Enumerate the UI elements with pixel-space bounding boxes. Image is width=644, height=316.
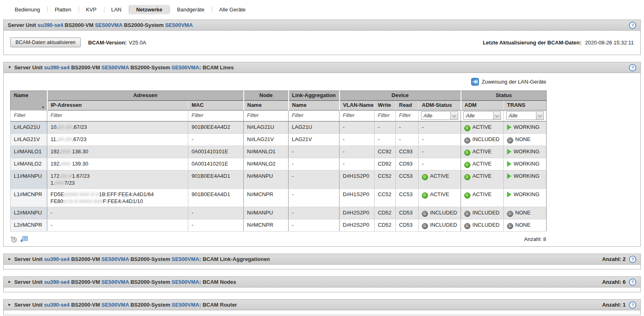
adm-active-icon: ↑ [464, 162, 470, 168]
server-unit-link[interactable]: su390-se4 [37, 22, 63, 28]
filter-node-name-input[interactable] [246, 111, 286, 119]
table-row: L1#MANPU172.##.#1.67/231.###7/23901B0EE4… [11, 170, 547, 189]
tab-platten[interactable]: Platten [47, 5, 78, 14]
redacted-text: ### [55, 180, 64, 186]
history-icon[interactable] [10, 236, 18, 243]
tab-lan[interactable]: LAN [104, 5, 129, 14]
bs2000-vm-label: BS2000-VM [63, 22, 95, 28]
redacted-text: ###. [61, 161, 72, 167]
server-unit-link[interactable]: su390-se4 [44, 279, 70, 285]
panel-header-bcam-link-aggregationen[interactable]: ►Server Unit su390-se4 BS2000-VM SE500VM… [4, 254, 640, 265]
trans-included-icon: – [507, 223, 513, 229]
adm-status-text: - [422, 124, 423, 130]
cell-adm-status: –INCLUDED [419, 219, 461, 232]
bs2000-system-link[interactable]: SE500VMA [172, 279, 199, 285]
bcam-version-label: BCAM-Version: [88, 40, 127, 46]
tab-kvp[interactable]: KVP [79, 5, 104, 14]
assign-lan-devices-link[interactable]: Zuweisung der LAN-Geräte [471, 78, 546, 86]
tab-alle-geräte[interactable]: Alle Geräte [212, 5, 253, 14]
filter-read-input[interactable] [398, 111, 416, 119]
filter-adm-status-select[interactable]: Alle [421, 111, 458, 120]
help-icon[interactable]: ? [629, 301, 636, 309]
export-table-icon[interactable] [20, 235, 28, 243]
cell-adm-status: - [419, 146, 461, 158]
column-header-read[interactable]: Read [396, 101, 419, 110]
redacted-text: #:#:#:####:### [65, 198, 103, 204]
cell-lag-name: LAG21V [289, 134, 340, 146]
filter-lag-name-input[interactable] [291, 111, 337, 119]
trans-included-icon: – [507, 211, 513, 217]
bs2000-system-link[interactable]: SE500VMA [172, 64, 199, 71]
cell-line-name: L1#MCNPR [11, 189, 47, 207]
server-unit-link[interactable]: su390-se4 [44, 256, 70, 262]
bs2000-vm-link[interactable]: SE500VMA [95, 22, 122, 28]
column-group-status: Status [461, 91, 547, 101]
column-header-ip-adressen[interactable]: IP-Adressen [47, 101, 188, 110]
column-header-lag-name[interactable]: Name [289, 101, 340, 110]
help-icon[interactable]: ? [629, 256, 636, 263]
bs2000-system-link[interactable]: SE500VMA [172, 256, 199, 262]
refresh-bcam-button[interactable]: BCAM-Daten aktualisieren [10, 38, 81, 47]
filter-vlan-name-input[interactable] [342, 111, 372, 119]
bs2000-system-label: BS2000-System [122, 22, 165, 28]
cell-trans: –NONE [504, 219, 547, 232]
tab-bandgeräte[interactable]: Bandgeräte [170, 5, 212, 14]
column-header-adm[interactable]: ADM [461, 101, 504, 110]
help-icon[interactable]: ? [629, 22, 636, 29]
server-unit-label: Server Unit [14, 256, 44, 262]
cell-lag-name: - [289, 170, 340, 189]
info-panel-header: Server Unit su390-se4 BS2000-VM SE500VMA… [4, 20, 640, 31]
table-row: L2#MANPU--N#MANPU-D#H2S2P0CD52CD53–INCLU… [11, 207, 547, 219]
cell-line-name: L#MANLO1 [11, 146, 47, 158]
adm-text: ACTIVE [472, 161, 492, 167]
trans-working-icon [507, 192, 512, 197]
ip-visible: 1.67/23 [72, 173, 90, 179]
trans-text: NONE [515, 210, 531, 216]
bs2000-system-link[interactable]: SE500VMA [165, 22, 193, 28]
collapsed-panel-body [4, 265, 640, 269]
cell-adm: ↑ACTIVE [461, 122, 504, 134]
help-icon[interactable]: ? [629, 64, 636, 71]
cell-vlan-name: D#H2S2P0 [340, 219, 375, 232]
filter-adm-select[interactable]: Alle [463, 111, 501, 120]
ip-address-line: 1.###7/23 [51, 179, 185, 186]
panel-header-bcam-nodes[interactable]: ►Server Unit su390-se4 BS2000-VM SE500VM… [4, 277, 640, 287]
select-value: Alle [509, 113, 518, 119]
bcam-lines-panel-header[interactable]: ▼ Server Unit su390-se4 BS2000-VM SE500V… [4, 62, 640, 73]
column-header-vlan-name[interactable]: VLAN-Name [340, 101, 375, 110]
column-header-mac[interactable]: MAC [188, 101, 244, 110]
bs2000-system-link[interactable]: SE500VMA [172, 302, 199, 308]
bs2000-vm-link[interactable]: SE500VMA [101, 279, 129, 285]
column-header-adm-status[interactable]: ADM-Status [419, 101, 461, 110]
bs2000-vm-link[interactable]: SE500VMA [101, 64, 129, 71]
help-icon[interactable]: ? [629, 278, 636, 286]
row-count: Anzahl: 2 [602, 256, 626, 262]
bs2000-vm-link[interactable]: SE500VMA [101, 302, 129, 308]
filter-name-input[interactable] [13, 111, 44, 119]
cell-mac: 901B0EE4A4D1 [188, 189, 244, 207]
server-unit-link[interactable]: su390-se4 [44, 302, 70, 308]
filter-trans-select[interactable]: Alle [506, 111, 544, 120]
cell-adm-status: ↑ACTIVE [419, 170, 461, 189]
tab-netzwerke[interactable]: Netzwerke [129, 5, 170, 14]
filter-write-input[interactable] [377, 111, 393, 119]
panel-header-bcam-router[interactable]: ►Server Unit su390-se4 BS2000-VM SE500VM… [4, 300, 640, 310]
column-header-node-name[interactable]: Name [244, 101, 289, 110]
collapse-caret-icon: ► [8, 257, 11, 261]
panel-title: Server Unit su390-se4 BS2000-VM SE500VMA… [8, 22, 193, 28]
last-update-label: Letzte Aktualisierung der BCAM-Daten: [483, 40, 581, 46]
column-header-trans[interactable]: TRANS [504, 101, 547, 110]
table-body: L#LAG21U10.##.##.67/23901B0EE4A4D2N#LAG2… [11, 122, 547, 232]
panel-title-suffix: : BCAM Link-Aggregationen [199, 256, 270, 262]
filter-ip-adressen-input[interactable] [50, 111, 185, 119]
cell-trans: WORKING [504, 158, 547, 170]
bs2000-vm-link[interactable]: SE500VMA [101, 256, 129, 262]
ip-visible: FE80: [51, 198, 65, 204]
filter-mac-input[interactable] [191, 111, 241, 119]
tab-bedienung[interactable]: Bedienung [7, 5, 47, 14]
server-unit-link[interactable]: su390-se4 [44, 64, 70, 71]
ip-visible: .67/23 [72, 124, 87, 130]
cell-node-name: N#LAG21V [244, 134, 289, 146]
column-header-name[interactable]: Name ▼ [11, 91, 47, 110]
column-header-write[interactable]: Write [375, 101, 396, 110]
